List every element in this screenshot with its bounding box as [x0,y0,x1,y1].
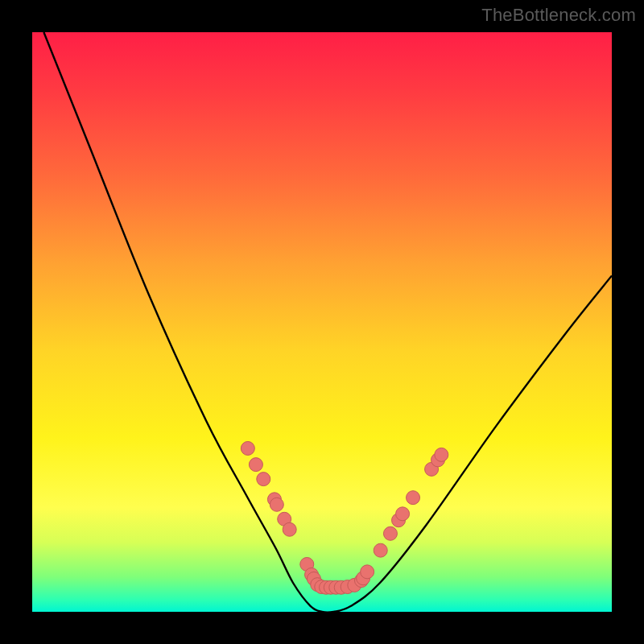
marker-dot [249,458,262,472]
watermark-text: TheBottleneck.com [481,5,636,26]
marker-dot [407,491,420,505]
marker-dot [374,543,387,557]
bottleneck-curve [43,32,612,612]
chart-svg [32,32,612,612]
marker-dot [361,565,374,579]
marker-dot [383,526,397,540]
marker-dot [396,507,410,521]
marker-dot [257,473,270,486]
marker-dot [241,441,254,455]
marker-dot [270,497,283,511]
chart-plot-area [32,32,612,612]
curve-markers [241,441,448,594]
marker-dot [283,522,296,536]
chart-frame: TheBottleneck.com [0,0,644,644]
marker-dot [435,448,448,461]
